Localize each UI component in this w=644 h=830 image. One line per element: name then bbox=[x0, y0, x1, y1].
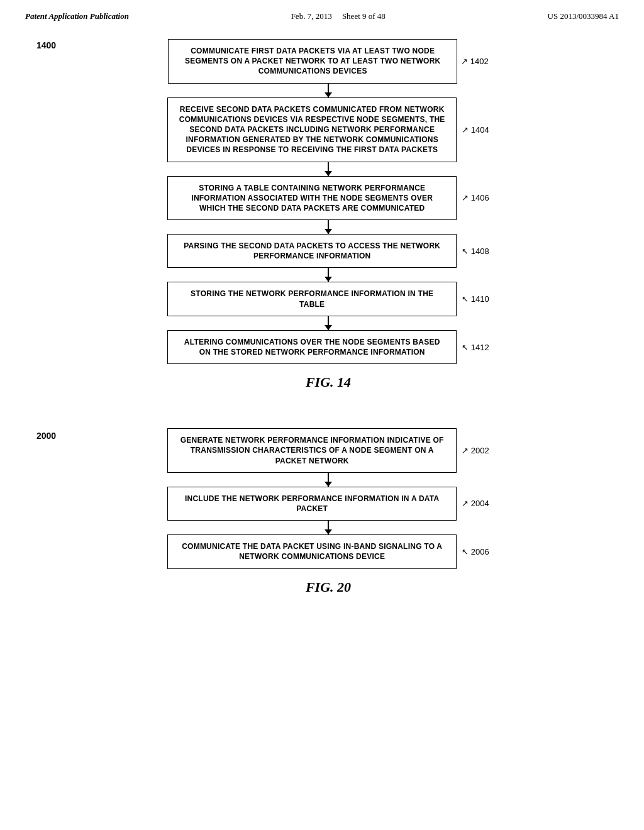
header-sheet-text: Sheet 9 of 48 bbox=[342, 11, 386, 21]
fig14-caption: FIG. 14 bbox=[50, 374, 606, 390]
header-date: Feb. 7, 2013 Sheet 9 of 48 bbox=[291, 11, 386, 21]
ref-2004: ↗ 2004 bbox=[462, 499, 489, 508]
page-header: Patent Application Publication Feb. 7, 2… bbox=[0, 0, 644, 26]
header-publication-label: Patent Application Publication bbox=[25, 11, 129, 21]
box-row-2006: COMMUNICATE THE DATA PACKET USING IN-BAN… bbox=[50, 534, 606, 568]
arrow-2 bbox=[328, 162, 329, 176]
header-patent-number: US 2013/0033984 A1 bbox=[548, 11, 619, 21]
box-1408: PARSING THE SECOND DATA PACKETS TO ACCES… bbox=[167, 234, 457, 268]
box-row-1408: PARSING THE SECOND DATA PACKETS TO ACCES… bbox=[50, 234, 606, 268]
ref-1404: ↗ 1404 bbox=[462, 125, 489, 135]
box-row-2004: INCLUDE THE NETWORK PERFORMANCE INFORMAT… bbox=[50, 487, 606, 521]
ref-1408: ↖ 1408 bbox=[462, 246, 489, 256]
arrow-5 bbox=[328, 316, 329, 330]
arrow-6 bbox=[328, 473, 329, 487]
box-1406: STORING A TABLE CONTAINING NETWORK PERFO… bbox=[167, 176, 457, 221]
box-1412: ALTERING COMMUNICATIONS OVER THE NODE SE… bbox=[167, 330, 457, 364]
box-1402: COMMUNICATE FIRST DATA PACKETS VIA AT LE… bbox=[168, 39, 457, 84]
fig14-flow: COMMUNICATE FIRST DATA PACKETS VIA AT LE… bbox=[50, 39, 606, 364]
box-row-1406: STORING A TABLE CONTAINING NETWORK PERFO… bbox=[50, 176, 606, 221]
box-row-1412: ALTERING COMMUNICATIONS OVER THE NODE SE… bbox=[50, 330, 606, 364]
fig14-diagram: 1400 COMMUNICATE FIRST DATA PACKETS VIA … bbox=[0, 26, 644, 416]
arrow-4 bbox=[328, 268, 329, 282]
fig20-flow: GENERATE NETWORK PERFORMANCE INFORMATION… bbox=[50, 428, 606, 568]
arrow-3 bbox=[328, 220, 329, 234]
box-2002: GENERATE NETWORK PERFORMANCE INFORMATION… bbox=[167, 428, 457, 473]
box-1404: RECEIVE SECOND DATA PACKETS COMMUNICATED… bbox=[167, 97, 457, 162]
ref-2006: ↖ 2006 bbox=[462, 547, 489, 556]
box-row-1404: RECEIVE SECOND DATA PACKETS COMMUNICATED… bbox=[50, 97, 606, 162]
box-row-1402: COMMUNICATE FIRST DATA PACKETS VIA AT LE… bbox=[50, 39, 606, 84]
ref-1410: ↖ 1410 bbox=[462, 294, 489, 304]
box-2006: COMMUNICATE THE DATA PACKET USING IN-BAN… bbox=[167, 534, 457, 568]
ref-1406: ↗ 1406 bbox=[462, 193, 489, 202]
header-date-text: Feb. 7, 2013 bbox=[291, 11, 332, 21]
arrow-1 bbox=[328, 84, 329, 97]
ref-1402: ↗ 1402 bbox=[461, 57, 489, 66]
fig20-caption: FIG. 20 bbox=[50, 579, 606, 595]
arrow-7 bbox=[328, 521, 329, 534]
box-row-2002: GENERATE NETWORK PERFORMANCE INFORMATION… bbox=[50, 428, 606, 473]
box-2004: INCLUDE THE NETWORK PERFORMANCE INFORMAT… bbox=[167, 487, 457, 521]
box-1410: STORING THE NETWORK PERFORMANCE INFORMAT… bbox=[167, 282, 457, 316]
ref-2002: ↗ 2002 bbox=[462, 446, 489, 455]
ref-1412: ↖ 1412 bbox=[462, 343, 489, 352]
box-row-1410: STORING THE NETWORK PERFORMANCE INFORMAT… bbox=[50, 282, 606, 316]
fig20-diagram: 2000 GENERATE NETWORK PERFORMANCE INFORM… bbox=[0, 422, 644, 620]
